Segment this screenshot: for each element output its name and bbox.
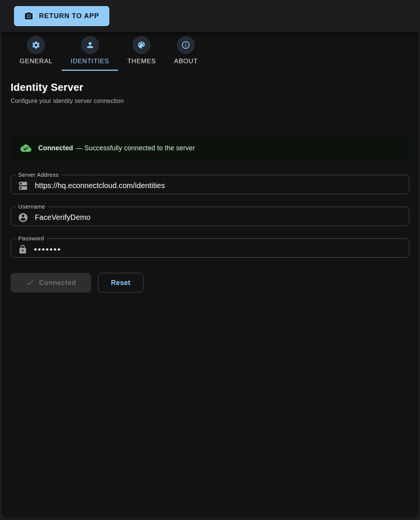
tab-general-circle [27, 36, 45, 54]
info-icon [181, 40, 190, 50]
tab-general-label: GENERAL [20, 58, 53, 65]
reset-button-label: Reset [111, 279, 131, 286]
server-address-field[interactable]: Server Address https://hq.econnectcloud.… [11, 172, 409, 194]
return-to-app-label: RETURN TO APP [39, 12, 99, 20]
tab-about-label: ABOUT [174, 58, 198, 65]
username-label: Username [16, 204, 48, 209]
tab-themes-label: THEMES [127, 58, 156, 65]
tab-identities[interactable]: IDENTITIES [62, 36, 118, 71]
tab-identities-label: IDENTITIES [71, 58, 109, 65]
tab-about-circle [177, 36, 194, 54]
tab-themes-circle [133, 36, 150, 54]
connect-button[interactable]: Connected [11, 273, 91, 293]
username-row: FaceVerifyDemo [11, 209, 409, 226]
person-icon [86, 40, 95, 50]
connection-status-banner: Connected— Successfully connected to the… [11, 134, 409, 162]
username-input[interactable]: FaceVerifyDemo [35, 213, 90, 222]
connect-button-label: Connected [39, 279, 76, 287]
tab-identities-circle [81, 36, 99, 54]
reset-button[interactable]: Reset [98, 273, 143, 293]
camera-icon [24, 12, 33, 21]
cloud-done-icon [20, 143, 31, 154]
status-state: Connected [38, 144, 73, 152]
settings-content: GENERAL IDENTITIES [2, 32, 418, 518]
password-label: Password [16, 236, 47, 241]
app-header: RETURN TO APP [0, 0, 420, 32]
return-to-app-button[interactable]: RETURN TO APP [14, 6, 109, 26]
page-subtitle: Configure your identity server connectio… [11, 98, 409, 104]
server-address-row: https://hq.econnectcloud.com/identities [11, 177, 409, 194]
settings-window: RETURN TO APP GENERAL [0, 0, 420, 520]
password-input[interactable]: ••••••• [34, 245, 61, 253]
tab-general[interactable]: GENERAL [11, 36, 62, 71]
password-field[interactable]: Password ••••••• [11, 236, 409, 258]
server-address-input[interactable]: https://hq.econnectcloud.com/identities [35, 181, 165, 190]
password-row: ••••••• [11, 241, 409, 257]
server-icon [18, 181, 28, 191]
form-actions: Connected Reset [11, 273, 409, 293]
lock-icon [18, 244, 28, 254]
tab-themes[interactable]: THEMES [118, 36, 165, 71]
username-field[interactable]: Username FaceVerifyDemo [11, 204, 409, 226]
status-message: — Successfully connected to the server [76, 144, 195, 152]
check-icon [26, 279, 34, 287]
status-text: Connected— Successfully connected to the… [38, 144, 195, 152]
page-title: Identity Server [11, 82, 409, 93]
tab-about[interactable]: ABOUT [165, 36, 207, 71]
gear-icon [31, 40, 40, 50]
palette-icon [137, 40, 146, 50]
account-icon [18, 212, 28, 223]
identity-server-panel: Identity Server Configure your identity … [2, 71, 418, 293]
settings-tabs: GENERAL IDENTITIES [2, 32, 418, 71]
server-address-label: Server Address [16, 172, 61, 177]
